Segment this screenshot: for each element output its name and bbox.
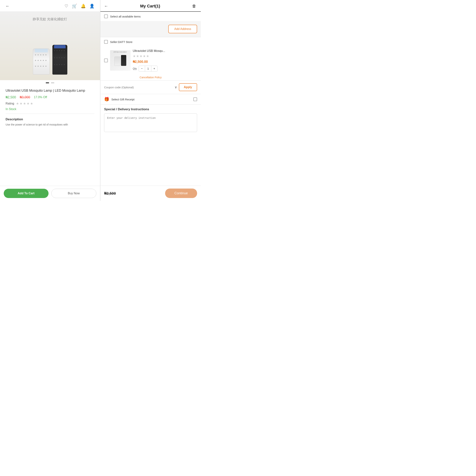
mini-lamp-black [121, 55, 126, 66]
cart-icon[interactable]: 🛒 [72, 4, 77, 9]
star-1: ★ [16, 102, 19, 106]
back-button[interactable]: ← [6, 4, 10, 9]
cart-item-image-inner: 静享无蚊 光催化捕蚊灯 [110, 50, 131, 71]
delivery-title: Special / Delivery Instructions [104, 107, 197, 111]
price-current: ₦2,500 [6, 95, 16, 99]
dot [40, 54, 41, 55]
delete-cart-button[interactable]: 🗑 [192, 4, 196, 9]
right-footer: ₦2,500 Continue [101, 186, 201, 201]
total-price: ₦2,500 [104, 191, 161, 196]
divider [6, 114, 94, 114]
add-to-cart-button[interactable]: Add To Cart [4, 189, 49, 198]
cart-item-details: Ultraviolet USB Mosqu... ★ ★ ★ ★ ★ ₦2,50… [133, 49, 197, 72]
description-section: Description Use the power of science to … [6, 116, 94, 128]
bell-icon[interactable]: 🔔 [81, 4, 86, 9]
cart-item-image: 静享无蚊 光催化捕蚊灯 [110, 50, 131, 71]
qty-control: − 1 + [139, 66, 157, 72]
star-4: ★ [27, 102, 30, 106]
star-5: ★ [30, 102, 33, 106]
gift-receipt-checkbox[interactable] [193, 97, 197, 101]
delivery-section: Special / Delivery Instructions [101, 105, 201, 136]
profile-icon[interactable]: 👤 [89, 4, 94, 9]
buy-now-button[interactable]: Buy Now [51, 189, 97, 198]
dot [61, 50, 62, 51]
qty-increase-button[interactable]: + [151, 66, 157, 71]
gift-receipt-section: 🎁 Select Gift Receipt [101, 94, 201, 105]
star-2: ★ [19, 102, 22, 106]
discount-badge: 17.0% Off [34, 96, 47, 99]
product-stars: ★ ★ ★ ★ ★ [16, 102, 33, 106]
dot [56, 64, 57, 65]
cart-item-stars: ★ ★ ★ ★ ★ [133, 54, 197, 58]
cart-item-name: Ultraviolet USB Mosqu... [133, 49, 197, 53]
seller-label: Seller:DATT Store [110, 40, 132, 44]
select-all-checkbox[interactable] [104, 15, 108, 18]
dot [43, 60, 44, 61]
cart-back-button[interactable]: ← [104, 4, 108, 9]
product-title: Ultraviolet USB Mosquito Lamp | LED Mosq… [6, 88, 94, 93]
cancellation-policy-link[interactable]: Cancellation Policy [101, 74, 201, 80]
product-info: Ultraviolet USB Mosquito Lamp | LED Mosq… [0, 85, 100, 186]
pricing-row: ₦2,500 ₦3,000 17.0% Off [6, 95, 94, 99]
add-address-button[interactable]: Add Address [168, 25, 197, 33]
header-icons: ♡ 🛒 🔔 👤 [65, 4, 94, 9]
dot [64, 64, 65, 65]
dot [54, 50, 55, 51]
dot [61, 64, 62, 65]
product-image: 静享无蚊 光催化捕蚊灯 [0, 11, 100, 80]
rating-label: Rating [6, 102, 14, 105]
left-header: ← ♡ 🛒 🔔 👤 [0, 0, 100, 11]
total-price-value: ₦2,500 [104, 191, 116, 195]
coupon-input[interactable] [104, 86, 173, 89]
dot [54, 57, 55, 58]
lamp-white-body [33, 49, 50, 75]
left-footer: Add To Cart Buy Now [0, 186, 100, 201]
dot [64, 50, 65, 51]
lamp-black-dots [54, 50, 66, 71]
price-original: ₦3,000 [20, 95, 30, 99]
qty-row: Qty − 1 + [133, 66, 197, 72]
dot [37, 66, 39, 67]
qty-decrease-button[interactable]: − [139, 66, 145, 71]
dot [56, 57, 57, 58]
apply-coupon-button[interactable]: Apply [179, 83, 197, 91]
lamp-white-unit [33, 49, 50, 75]
cart-star-5: ★ [146, 54, 149, 58]
description-text: Use the power of science to get rid of m… [6, 123, 94, 127]
coupon-section: ∨ Apply [101, 80, 201, 94]
wishlist-icon[interactable]: ♡ [65, 4, 68, 9]
image-dot-active [46, 82, 49, 83]
qty-value: 1 [145, 66, 151, 71]
cart-star-1: ★ [133, 54, 136, 58]
dot [43, 66, 44, 67]
dot [59, 64, 60, 65]
right-panel: ← My Cart(1) 🗑 Select all available item… [101, 0, 201, 201]
cart-star-2: ★ [136, 54, 139, 58]
seller-row: Seller:DATT Store [101, 37, 201, 47]
dot [40, 66, 41, 67]
dot [43, 54, 44, 55]
dot [59, 50, 60, 51]
select-all-label: Select all available items [110, 15, 141, 18]
description-title: Description [6, 118, 94, 121]
coupon-input-wrapper: ∨ [104, 85, 177, 89]
dot [35, 60, 36, 61]
mini-chinese-text: 静享无蚊 光催化捕蚊灯 [114, 51, 127, 53]
dot [45, 54, 47, 55]
seller-checkbox[interactable] [104, 40, 108, 44]
image-dot-inactive [51, 82, 54, 83]
right-content: Select all available items Add Address S… [101, 12, 201, 186]
gift-receipt-label: Select Gift Receipt [111, 98, 191, 101]
dot [37, 54, 39, 55]
continue-button[interactable]: Continue [165, 188, 197, 198]
left-panel: ← ♡ 🛒 🔔 👤 静享无蚊 光催化捕蚊灯 [0, 0, 101, 201]
cart-item-checkbox[interactable] [104, 59, 108, 62]
chevron-down-icon: ∨ [175, 85, 177, 89]
lamp-black-unit [52, 45, 67, 75]
dot [45, 60, 47, 61]
add-address-section: Add Address [101, 21, 201, 37]
product-image-text: 静享无蚊 光催化捕蚊灯 [33, 17, 67, 21]
delivery-input[interactable] [104, 113, 197, 132]
select-all-row: Select all available items [101, 12, 201, 21]
stock-status: In Stock [6, 107, 94, 111]
